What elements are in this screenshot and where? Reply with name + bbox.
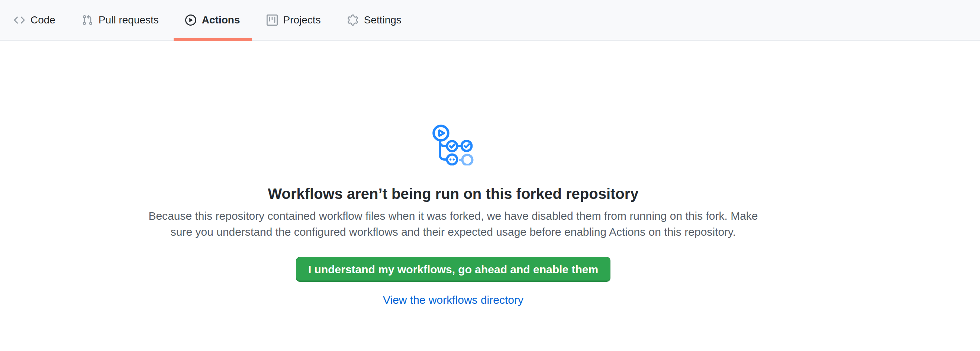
code-icon — [14, 14, 25, 25]
tab-projects[interactable]: Projects — [255, 0, 332, 40]
tab-actions[interactable]: Actions — [173, 0, 252, 40]
repo-tab-nav: Code Pull requests Actions Projects Sett… — [0, 0, 980, 41]
tab-actions-label: Actions — [202, 14, 240, 26]
tab-settings[interactable]: Settings — [336, 0, 413, 40]
gear-icon — [347, 14, 358, 25]
blankslate-description-line1: Because this repository contained workfl… — [148, 208, 758, 224]
actions-disabled-blankslate: Workflows aren’t being run on this forke… — [0, 41, 907, 308]
tab-pull-requests-label: Pull requests — [99, 14, 159, 26]
tab-pull-requests[interactable]: Pull requests — [70, 0, 170, 40]
blankslate-description: Because this repository contained workfl… — [148, 208, 758, 240]
project-icon — [267, 14, 278, 25]
git-pull-request-icon — [82, 14, 93, 25]
workflows-directory-link[interactable]: View the workflows directory — [383, 292, 523, 308]
tab-code-label: Code — [30, 14, 56, 26]
blankslate-title: Workflows aren’t being run on this forke… — [268, 185, 638, 203]
enable-workflows-button[interactable]: I understand my workflows, go ahead and … — [296, 257, 611, 282]
tab-code[interactable]: Code — [2, 0, 67, 40]
blankslate-description-line2: sure you understand the configured workf… — [148, 224, 758, 240]
tab-settings-label: Settings — [364, 14, 401, 26]
tab-projects-label: Projects — [283, 14, 321, 26]
workflow-graph-icon — [433, 124, 474, 165]
play-icon — [185, 14, 196, 25]
